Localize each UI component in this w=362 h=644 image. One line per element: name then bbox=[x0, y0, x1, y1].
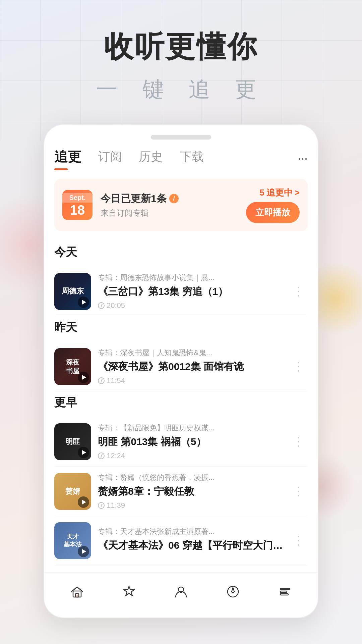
svg-point-2 bbox=[76, 595, 77, 596]
phone-notch bbox=[151, 135, 211, 140]
bottom-nav bbox=[44, 572, 318, 607]
episode-thumbnail[interactable]: 天才基本法 bbox=[54, 522, 91, 559]
nav-item-more[interactable] bbox=[276, 583, 294, 601]
tab-bar: 追更 订阅 历史 下载 ··· bbox=[54, 148, 308, 169]
episode-more-button[interactable]: ⋮ bbox=[289, 281, 308, 302]
episode-item: 天才基本法 专辑：天才基本法张新成主演原著... 《天才基本法》06 穿越【平行… bbox=[54, 516, 308, 566]
episode-duration: 20:05 bbox=[98, 301, 289, 310]
play-triangle-icon bbox=[82, 500, 86, 504]
episode-title[interactable]: 《天才基本法》06 穿越【平行时空大门开启～】 bbox=[98, 539, 289, 552]
episode-item: 明匪 专辑：【新品限免】明匪历史权谋... 明匪 第013集 祸福（5） bbox=[54, 417, 308, 467]
episode-info: 专辑：深夜书屋｜人知鬼恐怖&鬼... 《深夜书屋》第0012集 面馆有诡 11:… bbox=[98, 348, 289, 385]
section-header-yesterday: 昨天 bbox=[54, 320, 308, 335]
play-overlay bbox=[78, 496, 89, 508]
thumb-label: 赘婿 bbox=[63, 484, 82, 498]
hero-subtitle: 一 键 追 更 bbox=[0, 75, 362, 104]
episode-album: 专辑：周德东恐怖故事小说集｜悬... bbox=[98, 273, 289, 283]
calendar-day: 18 bbox=[70, 203, 85, 217]
tab-dingyue[interactable]: 订阅 bbox=[98, 149, 122, 168]
tab-xiazai[interactable]: 下载 bbox=[180, 149, 204, 168]
episode-thumbnail[interactable]: 深夜书屋 bbox=[54, 348, 91, 385]
compass-icon bbox=[224, 583, 242, 601]
episode-thumbnail[interactable]: 明匪 bbox=[54, 423, 91, 460]
episode-title[interactable]: 赘婿第8章：宁毅任教 bbox=[98, 485, 289, 498]
episode-more-button[interactable]: ⋮ bbox=[289, 481, 308, 502]
banner-title-text: 今日已更新1条 bbox=[101, 192, 167, 206]
tab-zhuigeng[interactable]: 追更 bbox=[54, 148, 81, 169]
episode-info: 专辑：天才基本法张新成主演原著... 《天才基本法》06 穿越【平行时空大门开启… bbox=[98, 527, 289, 555]
episode-album: 专辑：赘婿（愤怒的香蕉著，凌振... bbox=[98, 473, 289, 483]
episode-info: 专辑：赘婿（愤怒的香蕉著，凌振... 赘婿第8章：宁毅任教 11:39 bbox=[98, 473, 289, 510]
episode-title[interactable]: 《三岔口》第13集 穷追（1） bbox=[98, 285, 289, 299]
episode-album: 专辑：天才基本法张新成主演原著... bbox=[98, 527, 289, 537]
banner-title: 今日已更新1条 i bbox=[101, 192, 246, 206]
play-triangle-icon bbox=[82, 375, 86, 380]
user-icon bbox=[172, 583, 190, 601]
episode-duration: 11:39 bbox=[98, 501, 289, 510]
tracking-number: 5 bbox=[259, 187, 264, 198]
episode-info: 专辑：【新品限免】明匪历史权谋... 明匪 第013集 祸福（5） 12:24 bbox=[98, 423, 289, 460]
episode-item: 深夜书屋 专辑：深夜书屋｜人知鬼恐怖&鬼... 《深夜书屋》第0012集 面馆有… bbox=[54, 342, 308, 391]
calendar-month: Sept. bbox=[62, 193, 93, 203]
nav-item-discover[interactable] bbox=[224, 583, 242, 601]
play-overlay bbox=[78, 447, 89, 458]
episode-item: 赘婿 专辑：赘婿（愤怒的香蕉著，凌振... 赘婿第8章：宁毅任教 11:3 bbox=[54, 467, 308, 516]
episode-info: 专辑：周德东恐怖故事小说集｜悬... 《三岔口》第13集 穷追（1） 20:05 bbox=[98, 273, 289, 310]
nav-item-explore[interactable] bbox=[120, 583, 138, 601]
nav-item-home[interactable] bbox=[68, 583, 86, 601]
app-content: 追更 订阅 历史 下载 ··· Sept. 18 今日已更新1条 i 来自订阅专… bbox=[44, 148, 318, 566]
episode-title[interactable]: 明匪 第013集 祸福（5） bbox=[98, 435, 289, 449]
thumb-label: 明匪 bbox=[63, 435, 82, 449]
banner-text: 今日已更新1条 i 来自订阅专辑 bbox=[101, 192, 246, 218]
calendar-icon: Sept. 18 bbox=[62, 190, 93, 220]
tracking-arrow: > bbox=[295, 187, 300, 198]
duration-text: 12:24 bbox=[107, 451, 125, 460]
episode-thumbnail[interactable]: 周德东 bbox=[54, 273, 91, 310]
play-now-button[interactable]: 立即播放 bbox=[246, 202, 300, 223]
svg-rect-9 bbox=[280, 594, 288, 595]
svg-rect-7 bbox=[280, 588, 290, 590]
banner-subtitle: 来自订阅专辑 bbox=[101, 208, 246, 218]
play-overlay bbox=[78, 372, 89, 383]
home-icon bbox=[68, 583, 86, 601]
tracking-label: 追更中 bbox=[266, 187, 293, 199]
menu-icon bbox=[276, 583, 294, 601]
tracking-count[interactable]: 5 追更中 > bbox=[259, 187, 300, 199]
info-icon: i bbox=[169, 194, 179, 203]
episode-item: 周德东 专辑：周德东恐怖故事小说集｜悬... 《三岔口》第13集 穷追（1） bbox=[54, 267, 308, 316]
duration-text: 11:39 bbox=[107, 501, 125, 510]
svg-rect-8 bbox=[280, 591, 287, 592]
episode-more-button[interactable]: ⋮ bbox=[289, 530, 308, 551]
hero-title: 收听更懂你 bbox=[0, 27, 362, 67]
section-header-earlier: 更早 bbox=[54, 395, 308, 410]
hero-section: 收听更懂你 一 键 追 更 bbox=[0, 0, 362, 117]
duration-text: 20:05 bbox=[107, 301, 125, 310]
section-header-today: 今天 bbox=[54, 245, 308, 260]
play-triangle-icon bbox=[82, 300, 86, 305]
episode-more-button[interactable]: ⋮ bbox=[289, 431, 308, 452]
duration-text: 11:54 bbox=[107, 376, 125, 385]
svg-marker-6 bbox=[232, 588, 234, 593]
nav-item-profile[interactable] bbox=[172, 583, 190, 601]
more-button[interactable]: ··· bbox=[298, 151, 308, 165]
episode-title[interactable]: 《深夜书屋》第0012集 面馆有诡 bbox=[98, 360, 289, 374]
episode-album: 专辑：深夜书屋｜人知鬼恐怖&鬼... bbox=[98, 348, 289, 358]
episode-album: 专辑：【新品限免】明匪历史权谋... bbox=[98, 423, 289, 433]
episode-duration: 12:24 bbox=[98, 451, 289, 460]
update-banner: Sept. 18 今日已更新1条 i 来自订阅专辑 5 追更中 > bbox=[54, 179, 308, 231]
play-overlay bbox=[78, 297, 89, 308]
banner-right: 5 追更中 > 立即播放 bbox=[246, 187, 300, 223]
episode-duration: 11:54 bbox=[98, 376, 289, 385]
svg-marker-3 bbox=[124, 586, 134, 596]
episode-thumbnail[interactable]: 赘婿 bbox=[54, 473, 91, 510]
play-triangle-icon bbox=[82, 450, 86, 455]
episode-more-button[interactable]: ⋮ bbox=[289, 356, 308, 377]
star-icon bbox=[120, 583, 138, 601]
play-triangle-icon bbox=[82, 549, 86, 554]
phone-mockup: 追更 订阅 历史 下载 ··· Sept. 18 今日已更新1条 i 来自订阅专… bbox=[44, 124, 318, 618]
tab-lishi[interactable]: 历史 bbox=[139, 149, 163, 168]
phone-container: 追更 订阅 历史 下载 ··· Sept. 18 今日已更新1条 i 来自订阅专… bbox=[44, 124, 318, 618]
play-overlay bbox=[78, 546, 89, 557]
